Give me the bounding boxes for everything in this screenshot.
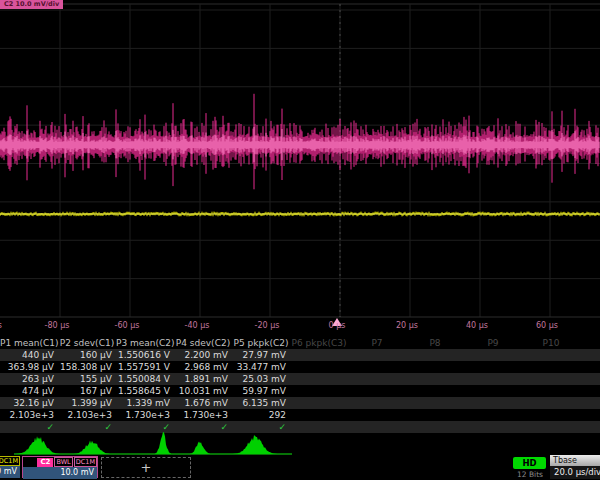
channel-c1-descriptor[interactable]: C1 DC1M 10.0 mV [0, 456, 20, 478]
time-axis-label: -20 µs [255, 321, 280, 330]
c2-channel-tab: C2 [37, 458, 53, 467]
measure-cell: 59.97 mV [232, 386, 290, 396]
measure-header[interactable]: P7 [348, 338, 406, 348]
measure-cell: 33.477 mV [232, 362, 290, 372]
measure-header[interactable]: P8 [406, 338, 464, 348]
time-axis-label: -100 µs [0, 321, 2, 330]
measure-cell: 27.97 mV [232, 350, 290, 360]
measure-cell: 160 µV [58, 350, 116, 360]
measure-header[interactable]: P10 [522, 338, 580, 348]
measure-row-value: 440 µV160 µV1.550616 V2.200 mV27.97 mV [0, 349, 600, 361]
measure-cell: 167 µV [58, 386, 116, 396]
measure-header[interactable]: P11 [580, 338, 600, 348]
time-axis-label: 0 µs [329, 321, 346, 330]
measure-row-sdev: 32.16 µV1.399 µV1.339 mV1.676 mV6.135 mV [0, 397, 600, 409]
time-axis-label: -60 µs [115, 321, 140, 330]
graticule-and-traces [0, 0, 600, 318]
plus-icon: + [141, 460, 152, 475]
c1-vertical-scale: 10.0 mV [0, 466, 20, 478]
measure-cell: 2.200 mV [174, 350, 232, 360]
measure-cell: 2.968 mV [174, 362, 232, 372]
timebase-scale: 20.0 µs/div [550, 466, 600, 479]
c2-coupling-badge: DC1M [74, 457, 97, 467]
measure-cell: 2.103e+3 [58, 410, 116, 420]
measure-table-header-row: P1 mean(C1)P2 sdev(C1)P3 mean(C2)P4 sdev… [0, 336, 600, 349]
c1-coupling-badge: DC1M [0, 456, 20, 466]
measure-row-num: 2.103e+32.103e+31.730e+31.730e+3292 [0, 409, 600, 421]
measure-header[interactable]: P1 mean(C1) [0, 338, 58, 348]
add-trace-button[interactable]: + [101, 457, 191, 478]
c2-bandwidth-badge: BWL [54, 457, 72, 467]
measurement-table: P1 mean(C1)P2 sdev(C1)P3 mean(C2)P4 sdev… [0, 336, 600, 433]
oscilloscope-screen: C2 10.0 mV/div -100 µs-80 µs-60 µs-40 µs… [0, 0, 600, 480]
measure-header[interactable]: P5 pkpk(C2) [232, 338, 290, 348]
measure-header[interactable]: P3 mean(C2) [116, 338, 174, 348]
measure-cell: 25.03 mV [232, 374, 290, 384]
time-axis-label: -80 µs [45, 321, 70, 330]
measurement-histicons [0, 430, 600, 456]
measure-cell: 6.135 mV [232, 398, 290, 408]
measure-cell: 1.891 mV [174, 374, 232, 384]
measure-cell: 1.558645 V [116, 386, 174, 396]
timebase-descriptor[interactable]: Tbase 20.0 µs/div [550, 455, 600, 479]
hd-mode-badge[interactable]: HD [513, 457, 546, 469]
measure-header[interactable]: P4 sdev(C2) [174, 338, 232, 348]
measure-cell: 2.103e+3 [0, 410, 58, 420]
measure-cell: 474 µV [0, 386, 58, 396]
measure-cell: 1.557591 V [116, 362, 174, 372]
measure-cell: 1.550084 V [116, 374, 174, 384]
measure-header[interactable]: P9 [464, 338, 522, 348]
measure-cell: 363.98 µV [0, 362, 58, 372]
time-axis-label: 60 µs [536, 321, 558, 330]
trace-label-badge[interactable]: C2 10.0 mV/div [0, 0, 63, 9]
time-axis-row: -100 µs-80 µs-60 µs-40 µs-20 µs0 µs20 µs… [0, 318, 600, 334]
time-axis-label: -40 µs [185, 321, 210, 330]
measure-cell: 155 µV [58, 374, 116, 384]
measure-row-max: 474 µV167 µV1.558645 V10.031 mV59.97 mV [0, 385, 600, 397]
measure-header[interactable]: P2 sdev(C1) [58, 338, 116, 348]
measure-cell: 1.730e+3 [116, 410, 174, 420]
measure-cell: 158.308 µV [58, 362, 116, 372]
hd-bits-label: 12 Bits [510, 470, 550, 479]
measure-header[interactable]: P6 pkpk(C3) [290, 338, 348, 348]
measure-row-mean: 363.98 µV158.308 µV1.557591 V2.968 mV33.… [0, 361, 600, 373]
c2-vertical-scale: 10.0 mV [23, 467, 97, 479]
measure-row-min: 263 µV155 µV1.550084 V1.891 mV25.03 mV [0, 373, 600, 385]
measure-cell: 292 [232, 410, 290, 420]
timebase-title: Tbase [550, 455, 600, 466]
measure-cell: 1.550616 V [116, 350, 174, 360]
measure-cell: 10.031 mV [174, 386, 232, 396]
measure-cell: 1.730e+3 [174, 410, 232, 420]
measure-cell: 1.676 mV [174, 398, 232, 408]
measure-cell: 263 µV [0, 374, 58, 384]
measure-cell: 1.399 µV [58, 398, 116, 408]
descriptor-bar: C1 DC1M 10.0 mV C2 BWL DC1M 10.0 mV + HD… [0, 455, 600, 480]
measure-cell: 32.16 µV [0, 398, 58, 408]
time-axis-label: 20 µs [396, 321, 418, 330]
measure-cell: 1.339 mV [116, 398, 174, 408]
measure-cell: 440 µV [0, 350, 58, 360]
time-axis-label: 40 µs [466, 321, 488, 330]
channel-c2-descriptor[interactable]: C2 BWL DC1M 10.0 mV [22, 456, 98, 478]
